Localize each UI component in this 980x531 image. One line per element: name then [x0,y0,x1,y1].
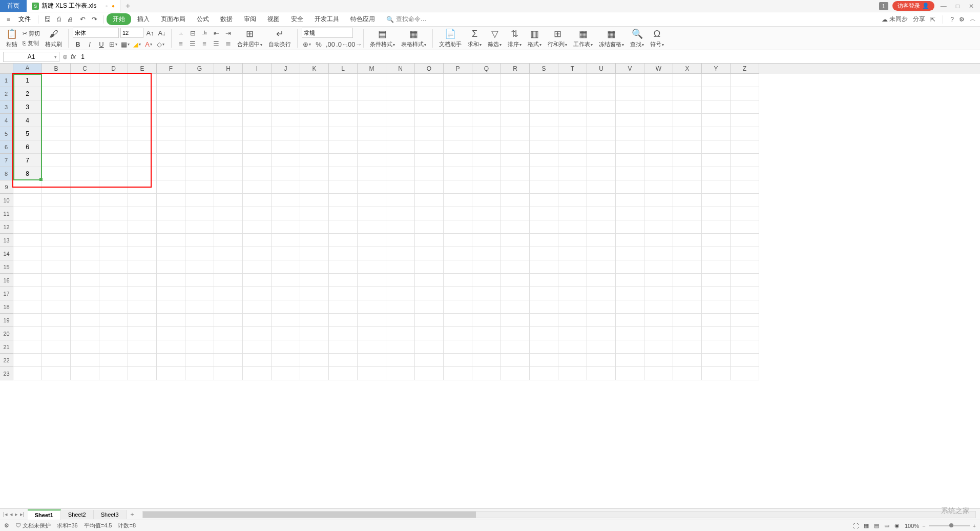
cell-H16[interactable] [214,274,243,287]
cell-U17[interactable] [587,287,616,300]
cell-B16[interactable] [42,274,71,287]
cell-O22[interactable] [415,354,444,367]
cell-Z19[interactable] [731,314,759,327]
cell-P17[interactable] [444,287,472,300]
cell-Z3[interactable] [731,100,759,114]
cell-H9[interactable] [214,180,243,194]
cell-F1[interactable] [157,74,185,87]
cell-K10[interactable] [300,194,329,207]
cell-U6[interactable] [587,140,616,154]
col-header-V[interactable]: V [616,64,644,74]
collapse-ribbon-icon[interactable]: ︿ [970,15,976,24]
cell-T5[interactable] [558,127,587,140]
cell-F4[interactable] [157,114,185,127]
cell-E9[interactable] [128,180,157,194]
cell-O7[interactable] [415,154,444,167]
cell-P12[interactable] [444,220,472,234]
cell-C1[interactable] [71,74,99,87]
cell-D22[interactable] [99,354,128,367]
cell-N23[interactable] [386,367,415,380]
cell-I14[interactable] [243,247,272,260]
col-header-R[interactable]: R [501,64,530,74]
maximize-button[interactable]: □ [954,2,962,11]
cell-I20[interactable] [243,327,272,340]
cell-K4[interactable] [300,114,329,127]
cell-N9[interactable] [386,180,415,194]
cell-J2[interactable] [272,87,300,100]
cell-X10[interactable] [673,194,702,207]
cell-Y5[interactable] [702,127,731,140]
align-top-icon[interactable]: ⫠ [176,28,186,37]
cell-T3[interactable] [558,100,587,114]
cell-G14[interactable] [185,247,214,260]
cell-H2[interactable] [214,87,243,100]
cell-T4[interactable] [558,114,587,127]
col-header-H[interactable]: H [214,64,243,74]
cell-V6[interactable] [616,140,644,154]
cell-O13[interactable] [415,234,444,247]
cell-G13[interactable] [185,234,214,247]
freeze-panes-button[interactable]: ▦冻结窗格▾ [597,27,626,49]
cell-B7[interactable] [42,154,71,167]
save-icon[interactable]: 🖫 [41,14,53,25]
cell-S4[interactable] [530,114,558,127]
cell-G3[interactable] [185,100,214,114]
cell-W10[interactable] [644,194,673,207]
cell-M4[interactable] [358,114,386,127]
row-header-23[interactable]: 23 [0,367,13,380]
cell-E8[interactable] [128,167,157,180]
cell-T17[interactable] [558,287,587,300]
cell-F11[interactable] [157,207,185,220]
cell-R17[interactable] [501,287,530,300]
cell-Q9[interactable] [472,180,501,194]
cell-K15[interactable] [300,260,329,274]
cell-F14[interactable] [157,247,185,260]
cell-J1[interactable] [272,74,300,87]
cell-O8[interactable] [415,167,444,180]
row-header-11[interactable]: 11 [0,207,13,220]
cell-D12[interactable] [99,220,128,234]
cell-U18[interactable] [587,300,616,314]
cell-U23[interactable] [587,367,616,380]
cell-X2[interactable] [673,87,702,100]
cell-F2[interactable] [157,87,185,100]
cell-R22[interactable] [501,354,530,367]
cell-W7[interactable] [644,154,673,167]
cell-S2[interactable] [530,87,558,100]
cell-B5[interactable] [42,127,71,140]
cell-M12[interactable] [358,220,386,234]
cell-I12[interactable] [243,220,272,234]
cell-J9[interactable] [272,180,300,194]
cell-O2[interactable] [415,87,444,100]
cell-S21[interactable] [530,340,558,354]
merge-center-button[interactable]: ⊞ 合并居中▾ [235,27,264,49]
cell-V18[interactable] [616,300,644,314]
cell-S20[interactable] [530,327,558,340]
row-header-18[interactable]: 18 [0,300,13,314]
cell-H21[interactable] [214,340,243,354]
indent-decrease-icon[interactable]: ⇤ [211,28,221,37]
cell-Z17[interactable] [731,287,759,300]
cell-O23[interactable] [415,367,444,380]
cell-style-icon[interactable]: ▦▾ [120,39,130,49]
row-header-19[interactable]: 19 [0,314,13,327]
cell-Q17[interactable] [472,287,501,300]
cell-V7[interactable] [616,154,644,167]
zoom-slider[interactable] [929,525,970,526]
cell-U19[interactable] [587,314,616,327]
cell-Q21[interactable] [472,340,501,354]
cell-S17[interactable] [530,287,558,300]
cell-S12[interactable] [530,220,558,234]
cell-U7[interactable] [587,154,616,167]
cell-D20[interactable] [99,327,128,340]
cell-X1[interactable] [673,74,702,87]
cell-B6[interactable] [42,140,71,154]
cell-C2[interactable] [71,87,99,100]
cell-C23[interactable] [71,367,99,380]
cell-M17[interactable] [358,287,386,300]
cell-N5[interactable] [386,127,415,140]
cell-K20[interactable] [300,327,329,340]
cell-G21[interactable] [185,340,214,354]
cell-H22[interactable] [214,354,243,367]
cell-O5[interactable] [415,127,444,140]
